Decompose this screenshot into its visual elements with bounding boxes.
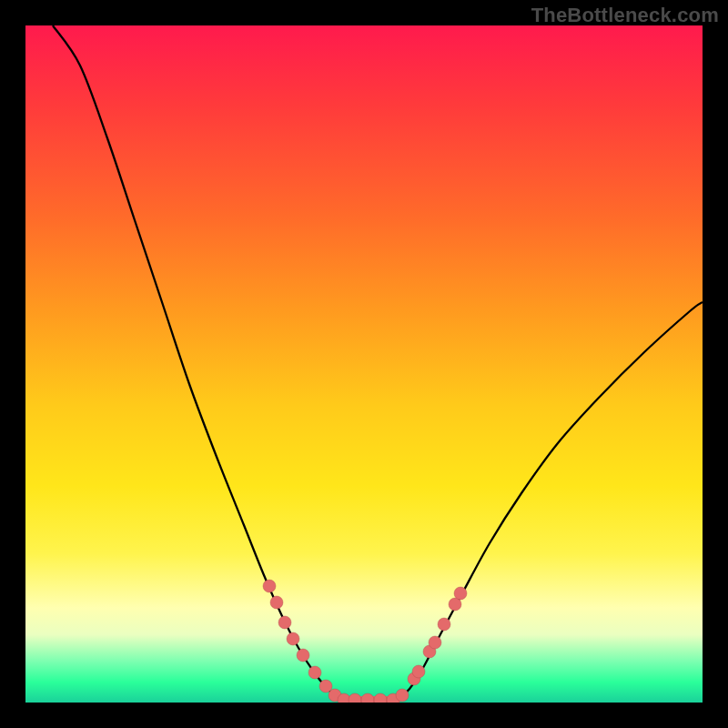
watermark-text: TheBottleneck.com <box>531 4 719 27</box>
plot-area <box>25 25 703 703</box>
marker-dot <box>438 618 450 631</box>
marker-dot <box>412 665 425 678</box>
marker-dot <box>270 596 283 609</box>
marker-dot <box>287 632 299 645</box>
marker-dot <box>454 587 467 600</box>
marker-group <box>263 580 467 703</box>
marker-dot <box>263 580 276 592</box>
curve-right <box>397 302 703 700</box>
marker-dot <box>429 636 441 649</box>
marker-dot <box>349 693 361 703</box>
chart-frame: TheBottleneck.com <box>0 0 728 728</box>
marker-dot <box>374 693 387 703</box>
marker-dot <box>319 680 332 693</box>
curve-left <box>53 25 342 700</box>
marker-dot <box>396 689 409 702</box>
curve-svg <box>25 25 703 703</box>
marker-dot <box>297 649 309 662</box>
marker-dot <box>308 666 321 679</box>
marker-dot <box>361 693 374 703</box>
marker-dot <box>278 616 291 629</box>
